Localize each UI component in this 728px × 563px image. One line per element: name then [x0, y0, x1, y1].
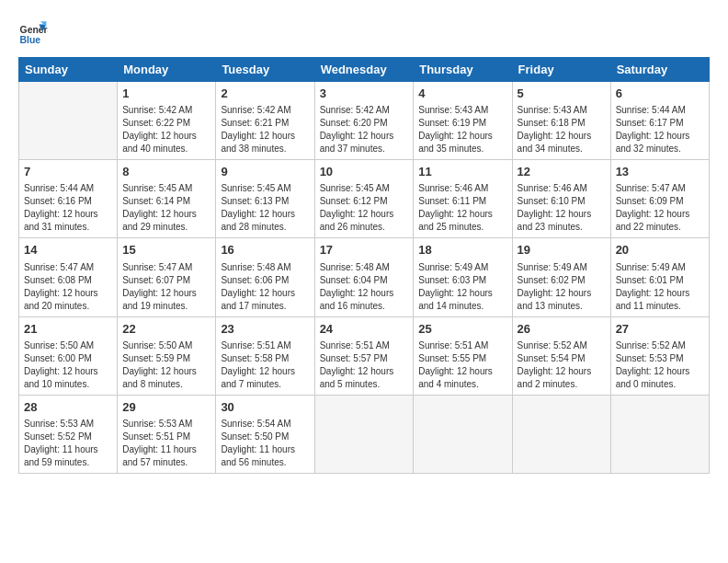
- calendar-week-row: 28Sunrise: 5:53 AMSunset: 5:52 PMDayligh…: [19, 395, 710, 473]
- day-info-line: Sunset: 6:17 PM: [616, 117, 704, 130]
- day-info-line: Sunrise: 5:49 AM: [616, 261, 704, 274]
- day-info-line: Sunrise: 5:50 AM: [122, 339, 210, 352]
- day-info-line: Sunset: 6:11 PM: [418, 195, 506, 208]
- calendar-cell: 1Sunrise: 5:42 AMSunset: 6:22 PMDaylight…: [118, 82, 216, 160]
- day-info-line: Daylight: 12 hours: [418, 287, 506, 300]
- day-number: 22: [122, 321, 210, 338]
- day-number: 15: [122, 242, 210, 259]
- day-info-line: and 17 minutes.: [221, 300, 309, 313]
- calendar-cell: [512, 395, 610, 473]
- day-number: 9: [221, 164, 309, 180]
- day-info-line: Sunset: 6:21 PM: [221, 117, 309, 130]
- day-number: 14: [24, 242, 112, 259]
- calendar-cell: 5Sunrise: 5:43 AMSunset: 6:18 PMDaylight…: [512, 82, 610, 160]
- day-number: 13: [616, 164, 704, 180]
- day-info-line: Daylight: 12 hours: [518, 287, 606, 300]
- day-info-line: Daylight: 12 hours: [418, 130, 506, 143]
- calendar-cell: 2Sunrise: 5:42 AMSunset: 6:21 PMDaylight…: [216, 82, 314, 160]
- weekday-header: Monday: [118, 58, 216, 82]
- day-info-line: Sunset: 5:55 PM: [418, 352, 506, 365]
- day-info-line: and 59 minutes.: [24, 456, 112, 469]
- day-info-line: and 13 minutes.: [518, 300, 606, 313]
- day-info-line: Sunrise: 5:46 AM: [418, 182, 506, 195]
- calendar-cell: 11Sunrise: 5:46 AMSunset: 6:11 PMDayligh…: [414, 160, 512, 238]
- weekday-header: Sunday: [19, 58, 118, 82]
- day-info-line: Sunset: 6:06 PM: [221, 274, 309, 287]
- calendar-cell: 30Sunrise: 5:54 AMSunset: 5:50 PMDayligh…: [216, 395, 314, 473]
- day-info-line: Sunset: 5:52 PM: [24, 431, 112, 443]
- day-info-line: Sunrise: 5:48 AM: [320, 261, 409, 274]
- day-number: 24: [320, 321, 409, 338]
- day-number: 19: [518, 242, 606, 259]
- day-number: 8: [122, 164, 210, 180]
- day-info-line: Sunrise: 5:51 AM: [418, 339, 506, 352]
- day-info-line: Daylight: 12 hours: [122, 130, 210, 143]
- day-info-line: Sunrise: 5:53 AM: [24, 418, 112, 431]
- day-info-line: and 4 minutes.: [418, 378, 506, 391]
- day-info-line: Daylight: 12 hours: [122, 287, 210, 300]
- day-info-line: Sunset: 6:00 PM: [24, 352, 112, 365]
- day-info-line: Sunset: 5:54 PM: [518, 352, 606, 365]
- day-info-line: Sunrise: 5:45 AM: [320, 182, 409, 195]
- day-info-line: and 2 minutes.: [518, 378, 606, 391]
- day-info-line: Sunrise: 5:42 AM: [320, 104, 409, 117]
- day-info-line: Sunset: 6:18 PM: [518, 117, 606, 130]
- weekday-header-row: SundayMondayTuesdayWednesdayThursdayFrid…: [19, 58, 710, 82]
- day-number: 30: [221, 399, 309, 416]
- day-info-line: and 26 minutes.: [320, 221, 409, 234]
- day-info-line: Sunset: 6:20 PM: [320, 117, 409, 130]
- day-info-line: and 28 minutes.: [221, 221, 309, 234]
- calendar-cell: 21Sunrise: 5:50 AMSunset: 6:00 PMDayligh…: [19, 316, 118, 395]
- day-info-line: Sunset: 5:59 PM: [122, 352, 210, 365]
- calendar-cell: 26Sunrise: 5:52 AMSunset: 5:54 PMDayligh…: [512, 316, 610, 395]
- weekday-header: Tuesday: [216, 58, 314, 82]
- day-info-line: Sunrise: 5:52 AM: [616, 339, 704, 352]
- calendar-cell: 9Sunrise: 5:45 AMSunset: 6:13 PMDaylight…: [216, 160, 314, 238]
- calendar-cell: 24Sunrise: 5:51 AMSunset: 5:57 PMDayligh…: [314, 316, 414, 395]
- day-number: 18: [418, 242, 506, 259]
- day-info-line: Sunrise: 5:47 AM: [616, 182, 704, 195]
- day-info-line: and 10 minutes.: [24, 378, 112, 391]
- day-number: 21: [24, 321, 112, 338]
- day-info-line: Daylight: 11 hours: [122, 443, 210, 456]
- day-number: 1: [122, 86, 210, 102]
- calendar-cell: 14Sunrise: 5:47 AMSunset: 6:08 PMDayligh…: [19, 238, 118, 316]
- day-info-line: Sunrise: 5:43 AM: [418, 104, 506, 117]
- day-number: 6: [616, 86, 704, 102]
- day-number: 27: [616, 321, 704, 338]
- day-number: 5: [518, 86, 606, 102]
- calendar-cell: 10Sunrise: 5:45 AMSunset: 6:12 PMDayligh…: [314, 160, 414, 238]
- day-info-line: Sunset: 6:08 PM: [24, 274, 112, 287]
- logo: General Blue: [18, 18, 48, 48]
- calendar-week-row: 21Sunrise: 5:50 AMSunset: 6:00 PMDayligh…: [19, 316, 710, 395]
- logo-icon: General Blue: [18, 18, 48, 48]
- day-info-line: Daylight: 12 hours: [221, 130, 309, 143]
- day-info-line: and 57 minutes.: [122, 456, 210, 469]
- day-info-line: Sunrise: 5:45 AM: [122, 182, 210, 195]
- day-info-line: Sunset: 5:57 PM: [320, 352, 409, 365]
- day-info-line: and 56 minutes.: [221, 456, 309, 469]
- calendar-cell: 29Sunrise: 5:53 AMSunset: 5:51 PMDayligh…: [118, 395, 216, 473]
- calendar-cell: 16Sunrise: 5:48 AMSunset: 6:06 PMDayligh…: [216, 238, 314, 316]
- day-info-line: Sunset: 6:07 PM: [122, 274, 210, 287]
- day-info-line: and 16 minutes.: [320, 300, 409, 313]
- day-info-line: Daylight: 12 hours: [418, 208, 506, 221]
- day-info-line: Sunset: 6:10 PM: [518, 195, 606, 208]
- day-info-line: and 19 minutes.: [122, 300, 210, 313]
- day-number: 28: [24, 399, 112, 416]
- day-info-line: Daylight: 12 hours: [616, 365, 704, 378]
- day-info-line: and 22 minutes.: [616, 221, 704, 234]
- day-info-line: Daylight: 12 hours: [24, 287, 112, 300]
- day-info-line: Daylight: 12 hours: [122, 365, 210, 378]
- weekday-header: Saturday: [610, 58, 709, 82]
- day-info-line: Sunset: 6:16 PM: [24, 195, 112, 208]
- day-info-line: Daylight: 12 hours: [122, 208, 210, 221]
- day-info-line: Daylight: 12 hours: [418, 365, 506, 378]
- day-info-line: Sunrise: 5:42 AM: [122, 104, 210, 117]
- day-info-line: Sunset: 6:14 PM: [122, 195, 210, 208]
- day-info-line: Sunset: 6:19 PM: [418, 117, 506, 130]
- day-info-line: Daylight: 12 hours: [518, 208, 606, 221]
- calendar-cell: 22Sunrise: 5:50 AMSunset: 5:59 PMDayligh…: [118, 316, 216, 395]
- calendar-cell: 17Sunrise: 5:48 AMSunset: 6:04 PMDayligh…: [314, 238, 414, 316]
- calendar-cell: 4Sunrise: 5:43 AMSunset: 6:19 PMDaylight…: [414, 82, 512, 160]
